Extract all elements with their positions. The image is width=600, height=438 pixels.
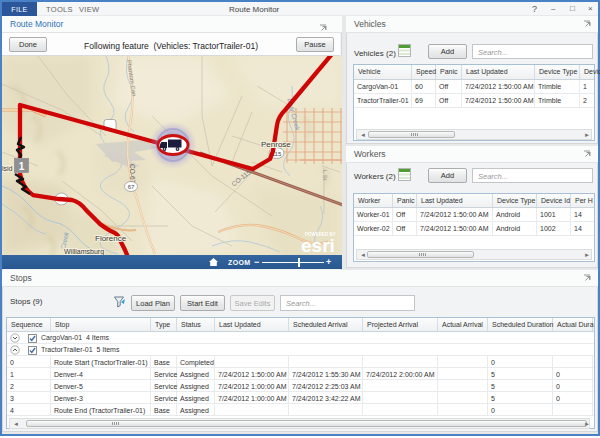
svg-text:esri: esri	[301, 235, 335, 256]
svg-text:CO-67: CO-67	[129, 164, 136, 184]
svg-text:lsid: lsid	[2, 165, 13, 172]
svg-text:Penrose: Penrose	[261, 140, 291, 149]
svg-text:L St: L St	[322, 170, 328, 181]
svg-text:67: 67	[128, 184, 135, 190]
svg-text:Florence: Florence	[95, 234, 127, 243]
svg-text:1: 1	[19, 161, 25, 172]
